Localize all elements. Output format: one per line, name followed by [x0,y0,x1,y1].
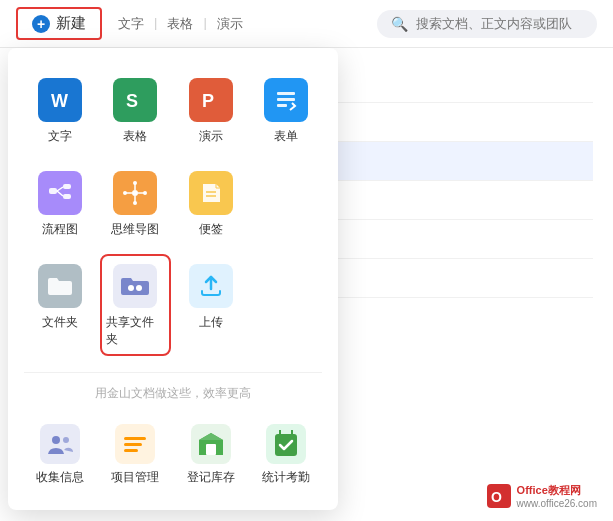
grid-item-upload[interactable]: 上传 [175,254,247,356]
svg-rect-28 [124,449,138,452]
svg-point-19 [143,191,147,195]
wm-site: Office教程网 [517,483,597,498]
project-icon [115,424,155,464]
grid-item-ppt[interactable]: P 演示 [175,68,247,153]
form-icon [264,78,308,122]
bottom-item-collect[interactable]: 收集信息 [24,416,96,494]
watermark: O Office教程网 www.office26.com [479,479,605,513]
promo-text: 用金山文档做这些，效率更高 [24,385,322,402]
svg-point-11 [132,190,138,196]
new-label: 新建 [56,14,86,33]
wm-url: www.office26.com [517,498,597,509]
upload-icon [189,264,233,308]
dropdown-grid: W 文字 S 表格 P 演示 [24,68,322,356]
link-word[interactable]: 文字 [118,15,144,33]
grid-item-folder[interactable]: 文件夹 [24,254,96,356]
upload-label: 上传 [199,314,223,331]
svg-line-9 [57,187,63,191]
note-icon [189,171,233,215]
search-icon: 🔍 [391,16,408,32]
svg-rect-8 [63,194,71,199]
attendance-icon [266,424,306,464]
collect-icon [40,424,80,464]
bottom-item-project[interactable]: 项目管理 [100,416,172,494]
flow-label: 流程图 [42,221,78,238]
mind-icon [113,171,157,215]
svg-point-16 [133,181,137,185]
grid-item-sheet[interactable]: S 表格 [100,68,172,153]
plus-icon: + [32,15,50,33]
sheet-icon: S [113,78,157,122]
bottom-grid: 收集信息 项目管理 登记库存 [24,416,322,494]
svg-rect-29 [206,444,216,455]
link-sheet[interactable]: 表格 [167,15,193,33]
inventory-label: 登记库存 [187,469,235,486]
attendance-label: 统计考勤 [262,469,310,486]
new-dropdown: W 文字 S 表格 P 演示 [8,48,338,510]
svg-rect-5 [277,104,287,107]
word-icon: W [38,78,82,122]
svg-line-10 [57,191,63,196]
office-logo: O [487,484,511,508]
collect-label: 收集信息 [36,469,84,486]
shared-folder-icon [113,264,157,308]
svg-rect-27 [124,443,142,446]
svg-rect-7 [63,184,71,189]
top-bar: + 新建 文字 | 表格 | 演示 🔍 [0,0,613,48]
link-ppt[interactable]: 演示 [217,15,243,33]
svg-text:W: W [51,91,68,111]
word-label: 文字 [48,128,72,145]
shared-folder-label: 共享文件夹 [106,314,166,348]
sep2: | [203,15,206,33]
svg-point-24 [52,436,60,444]
svg-point-17 [133,201,137,205]
sheet-label: 表格 [123,128,147,145]
svg-text:O: O [491,489,502,505]
bottom-item-attendance[interactable]: 统计考勤 [251,416,323,494]
ppt-icon: P [189,78,233,122]
svg-point-18 [123,191,127,195]
folder-icon [38,264,82,308]
grid-item-shared-folder[interactable]: 共享文件夹 [100,254,172,356]
grid-item-word[interactable]: W 文字 [24,68,96,153]
svg-rect-26 [124,437,146,440]
svg-rect-6 [49,188,57,194]
folder-label: 文件夹 [42,314,78,331]
search-bar[interactable]: 🔍 [377,10,597,38]
svg-point-25 [63,437,69,443]
divider [24,372,322,373]
flow-icon [38,171,82,215]
project-label: 项目管理 [111,469,159,486]
svg-text:P: P [202,91,214,111]
svg-point-22 [128,285,134,291]
sep1: | [154,15,157,33]
svg-rect-4 [277,98,295,101]
search-input[interactable] [416,16,584,31]
mind-label: 思维导图 [111,221,159,238]
note-label: 便签 [199,221,223,238]
svg-text:S: S [126,91,138,111]
quick-links: 文字 | 表格 | 演示 [118,15,243,33]
svg-point-23 [136,285,142,291]
new-button[interactable]: + 新建 [16,7,102,40]
grid-item-mind[interactable]: 思维导图 [100,161,172,246]
svg-rect-30 [275,434,297,456]
ppt-label: 演示 [199,128,223,145]
form-label: 表单 [274,128,298,145]
grid-item-form[interactable]: 表单 [251,68,323,153]
grid-item-flow[interactable]: 流程图 [24,161,96,246]
inventory-icon [191,424,231,464]
grid-item-note[interactable]: 便签 [175,161,247,246]
bottom-item-inventory[interactable]: 登记库存 [175,416,247,494]
svg-rect-3 [277,92,295,95]
